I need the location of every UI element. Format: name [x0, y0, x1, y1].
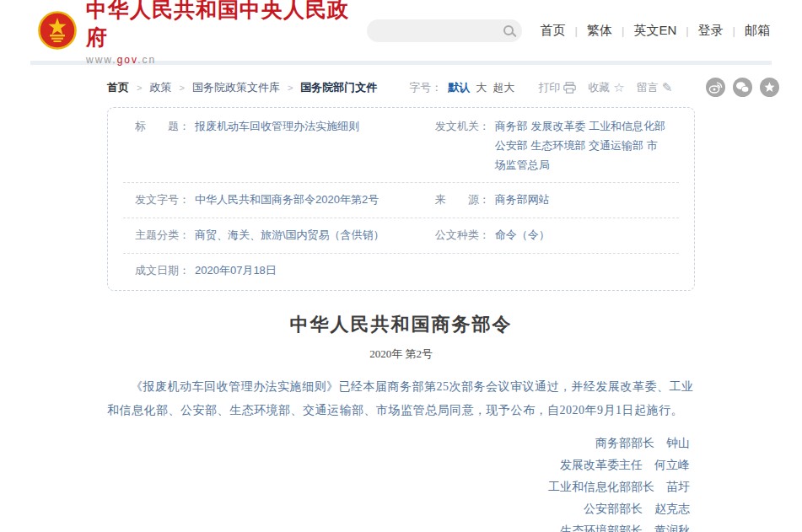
nav-home[interactable]: 首页	[541, 23, 566, 39]
breadcrumb-department-docs[interactable]: 国务院部门文件	[300, 80, 377, 95]
signature-line: 商务部部长 钟山	[107, 433, 690, 454]
document-paragraph: 《报废机动车回收管理办法实施细则》已经本届商务部第25次部务会议审议通过，并经发…	[107, 375, 695, 422]
font-size-control: 字号： 默认 大 超大	[409, 80, 514, 95]
site-title: 中华人民共和国中央人民政府	[86, 0, 367, 51]
nav-traditional[interactable]: 繁体	[587, 23, 612, 39]
meta-title: 标 题： 报废机动车回收管理办法实施细则	[123, 110, 423, 182]
table-row: 成文日期： 2020年07月18日	[123, 254, 679, 288]
meta-doc-type: 公文种类： 命令（令）	[423, 218, 679, 253]
star-share-icon[interactable]	[760, 78, 779, 97]
document-meta-table: 标 题： 报废机动车回收管理办法实施细则 发文机关： 商务部 发展改革委 工业和…	[107, 107, 695, 291]
wechat-icon[interactable]	[733, 78, 752, 97]
page-title: 中华人民共和国商务部令	[107, 312, 695, 337]
table-row: 标 题： 报废机动车回收管理办法实施细则 发文机关： 商务部 发展改革委 工业和…	[123, 110, 679, 183]
top-nav: 首页 | 繁体 | 英文EN | 登录 | 邮箱	[541, 23, 770, 39]
signature-line: 公安部部长 赵克志	[107, 498, 690, 520]
signature-block: 商务部部长 钟山 发展改革委主任 何立峰 工业和信息化部部长 苗圩 公安部部长 …	[107, 433, 695, 532]
nav-mail[interactable]: 邮箱	[745, 23, 770, 39]
search-box[interactable]	[367, 19, 522, 42]
meta-issue-date: 成文日期： 2020年07月18日	[123, 254, 423, 288]
search-icon[interactable]	[503, 25, 514, 35]
comment-button[interactable]: 留言 ✎	[637, 80, 673, 95]
breadcrumb-home[interactable]: 首页	[107, 80, 129, 95]
breadcrumb-policy[interactable]: 政策	[149, 80, 171, 95]
font-size-xlarge[interactable]: 超大	[493, 80, 514, 95]
meta-topic-category: 主题分类： 商贸、海关、旅游\国内贸易（含供销）	[123, 218, 423, 253]
font-size-label: 字号：	[409, 80, 442, 95]
signature-line: 发展改革委主任 何立峰	[107, 454, 690, 476]
meta-doc-number: 发文字号： 中华人民共和国商务部令2020年第2号	[123, 183, 423, 218]
nav-english[interactable]: 英文EN	[633, 23, 676, 39]
print-button[interactable]: 打印	[538, 80, 576, 95]
meta-empty-cell	[423, 254, 679, 288]
page-tools: 打印 收藏 ☆ 留言 ✎	[538, 80, 672, 95]
weibo-icon[interactable]	[706, 78, 725, 97]
share-buttons	[706, 78, 779, 97]
meta-source: 来 源： 商务部网站	[423, 183, 679, 218]
printer-icon	[563, 82, 576, 94]
table-row: 主题分类： 商贸、海关、旅游\国内贸易（含供销） 公文种类： 命令（令）	[123, 218, 679, 254]
breadcrumb: 首页 > 政策 > 国务院政策文件库 > 国务院部门文件	[107, 80, 377, 95]
font-size-default[interactable]: 默认	[448, 80, 470, 95]
nav-login[interactable]: 登录	[698, 23, 724, 39]
font-size-large[interactable]: 大	[476, 80, 487, 95]
meta-issuing-agency: 发文机关： 商务部 发展改革委 工业和信息化部 公安部 生态环境部 交通运输部 …	[423, 110, 679, 182]
gov-logo[interactable]: 中华人民共和国中央人民政府 www.gov.cn	[37, 0, 367, 66]
star-icon: ☆	[613, 80, 624, 95]
table-row: 发文字号： 中华人民共和国商务部令2020年第2号 来 源： 商务部网站	[123, 183, 679, 218]
site-header: 中华人民共和国中央人民政府 www.gov.cn 首页 | 繁体 | 英文EN …	[0, 0, 802, 61]
chevron-right-icon: >	[179, 83, 184, 93]
document-issue-number: 2020年 第2号	[107, 347, 695, 362]
pencil-icon: ✎	[662, 80, 673, 95]
national-emblem-icon	[37, 10, 78, 51]
chevron-right-icon: >	[137, 83, 142, 93]
breadcrumb-policy-library[interactable]: 国务院政策文件库	[192, 80, 280, 95]
chevron-right-icon: >	[288, 83, 293, 93]
breadcrumb-toolbar-row: 首页 > 政策 > 国务院政策文件库 > 国务院部门文件 字号： 默认 大 超大…	[107, 78, 695, 97]
signature-line: 工业和信息化部部长 苗圩	[107, 476, 690, 498]
favorite-button[interactable]: 收藏 ☆	[588, 80, 624, 95]
search-input[interactable]	[379, 24, 503, 37]
site-url: www.gov.cn	[86, 54, 367, 66]
signature-line: 生态环境部部长 黄润秋	[107, 520, 690, 532]
